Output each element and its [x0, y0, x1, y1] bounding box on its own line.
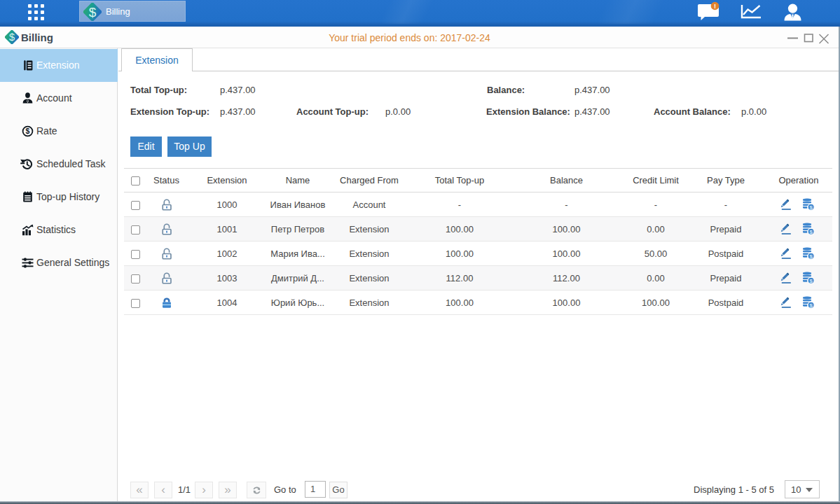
svg-text:!: ! — [714, 3, 716, 10]
svg-text:$: $ — [809, 204, 813, 211]
svg-text:$: $ — [809, 302, 813, 309]
svg-text:$: $ — [809, 229, 813, 235]
svg-text:$: $ — [809, 253, 813, 260]
svg-text:$: $ — [26, 127, 30, 135]
svg-text:$: $ — [809, 278, 813, 284]
